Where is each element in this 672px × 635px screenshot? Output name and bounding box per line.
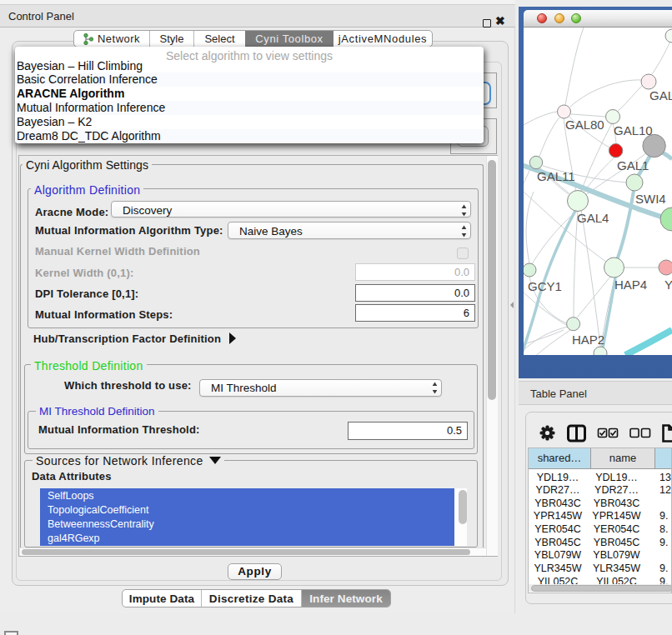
svg-text:SWI4: SWI4 — [635, 192, 666, 206]
svg-text:Y: Y — [664, 278, 672, 292]
svg-text:GAL4: GAL4 — [577, 211, 609, 225]
svg-text:GAL80: GAL80 — [565, 118, 604, 132]
svg-text:HAP2: HAP2 — [572, 332, 604, 347]
svg-text:GAL11: GAL11 — [537, 169, 575, 183]
svg-text:GAL: GAL — [649, 88, 672, 102]
svg-text:GCY1: GCY1 — [528, 279, 562, 293]
svg-text:HAP4: HAP4 — [614, 278, 647, 292]
svg-text:GAL1: GAL1 — [617, 158, 649, 172]
svg-text:GAL10: GAL10 — [614, 123, 653, 138]
